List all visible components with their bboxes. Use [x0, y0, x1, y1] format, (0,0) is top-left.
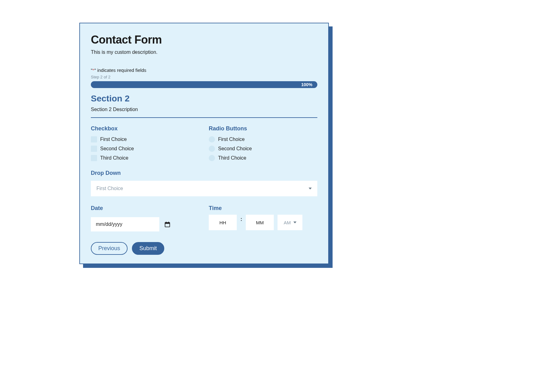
radio-option[interactable]: Second Choice [209, 146, 317, 152]
date-placeholder: mm/dd/yyyy [96, 222, 122, 227]
checkbox-radio-row: Checkbox First Choice Second Choice Thir… [91, 125, 317, 161]
checkbox-icon [91, 146, 97, 152]
svg-rect-2 [166, 222, 166, 223]
date-label: Date [91, 205, 199, 212]
section-description: Section 2 Description [91, 107, 317, 112]
radio-list: First Choice Second Choice Third Choice [209, 136, 317, 161]
time-label: Time [209, 205, 317, 212]
progress-percentage: 100% [301, 82, 312, 87]
form-actions: Previous Submit [91, 242, 317, 255]
form-title: Contact Form [91, 33, 317, 46]
checkbox-option-label: Third Choice [100, 155, 128, 161]
checkbox-icon [91, 136, 97, 142]
time-input-row: HH : MM AM [209, 215, 317, 230]
checkbox-label: Checkbox [91, 125, 199, 132]
checkbox-option[interactable]: First Choice [91, 136, 199, 142]
radio-option[interactable]: First Choice [209, 136, 317, 142]
radio-option-label: Third Choice [218, 155, 246, 161]
svg-rect-3 [168, 222, 169, 223]
time-ampm-value: AM [284, 220, 291, 225]
dropdown-group: Drop Down First Choice [91, 170, 317, 196]
date-time-row: Date mm/dd/yyyy Time [91, 205, 317, 231]
dropdown-label: Drop Down [91, 170, 317, 176]
section-divider [91, 117, 317, 118]
form-container: Contact Form This is my custom descripti… [79, 23, 329, 264]
time-hours-placeholder: HH [219, 220, 226, 225]
progress-bar: 100% [91, 81, 317, 88]
chevron-down-icon [309, 188, 312, 189]
time-minutes-input[interactable]: MM [246, 215, 274, 230]
required-quote-text: " indicates required fields [94, 68, 146, 73]
date-input-row: mm/dd/yyyy [91, 217, 199, 231]
radio-option-label: First Choice [218, 137, 245, 142]
chevron-down-icon [293, 222, 296, 223]
checkbox-list: First Choice Second Choice Third Choice [91, 136, 199, 161]
form-description: This is my custom description. [91, 49, 317, 55]
time-hours-input[interactable]: HH [209, 215, 237, 230]
submit-button[interactable]: Submit [132, 242, 164, 255]
section-title: Section 2 [91, 94, 317, 104]
radio-icon [209, 136, 215, 142]
radio-group: Radio Buttons First Choice Second Choice… [209, 125, 317, 161]
time-separator: : [240, 217, 242, 222]
time-minutes-placeholder: MM [256, 220, 264, 225]
date-input[interactable]: mm/dd/yyyy [91, 217, 159, 231]
dropdown-select[interactable]: First Choice [91, 181, 317, 196]
date-group: Date mm/dd/yyyy [91, 205, 199, 231]
radio-label: Radio Buttons [209, 125, 317, 132]
checkbox-option[interactable]: Second Choice [91, 146, 199, 152]
step-indicator: Step 2 of 2 [91, 75, 317, 79]
radio-option[interactable]: Third Choice [209, 155, 317, 161]
required-fields-note: "*" indicates required fields [91, 68, 317, 73]
radio-icon [209, 146, 215, 152]
checkbox-option-label: Second Choice [100, 146, 134, 152]
calendar-icon[interactable] [164, 221, 170, 227]
time-group: Time HH : MM AM [209, 205, 317, 230]
checkbox-icon [91, 155, 97, 161]
checkbox-group: Checkbox First Choice Second Choice Thir… [91, 125, 199, 161]
radio-icon [209, 155, 215, 161]
checkbox-option[interactable]: Third Choice [91, 155, 199, 161]
previous-button[interactable]: Previous [91, 242, 128, 255]
svg-rect-1 [165, 222, 170, 224]
checkbox-option-label: First Choice [100, 137, 127, 142]
dropdown-selected-value: First Choice [96, 186, 123, 191]
radio-option-label: Second Choice [218, 146, 252, 152]
time-ampm-select[interactable]: AM [278, 215, 302, 230]
form-panel: Contact Form This is my custom descripti… [79, 23, 329, 264]
